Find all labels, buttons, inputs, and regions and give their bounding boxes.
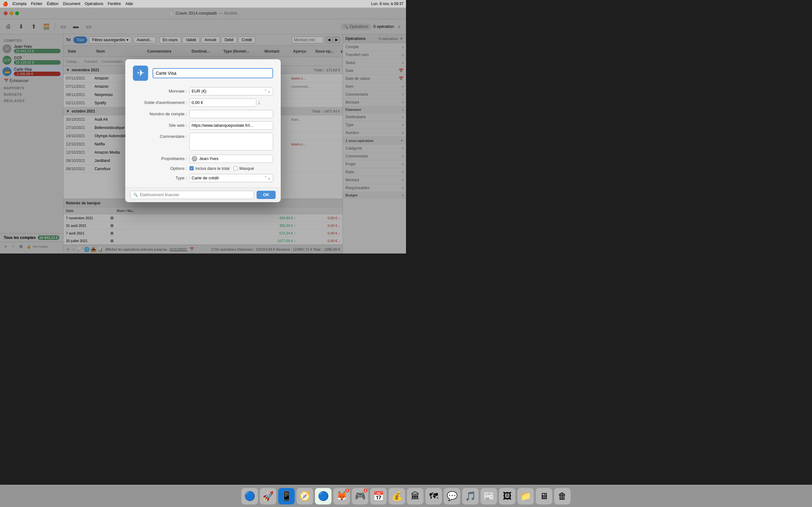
modal-commentaire-textarea[interactable] (189, 133, 273, 151)
modal-field-monnaie: Monnaie : EUR (€) ⌃⌄ (133, 87, 273, 95)
modal-label-proprietaires: Propriétaires : (133, 156, 187, 161)
modal-footer: 🔍 OK (125, 187, 281, 202)
modal-type-select[interactable]: Carte de crédit ⌃⌄ (189, 174, 273, 182)
modal-label-numero: Numéro de compte : (133, 112, 187, 116)
modal-monnaie-select[interactable]: EUR (€) ⌃⌄ (189, 87, 273, 95)
modal-label-siteweb: Site web : (133, 123, 187, 128)
modal-numero-wrapper (189, 110, 273, 118)
modal-commentaire-wrapper (189, 133, 273, 152)
modal-inclus-text: Inclus dans le total (195, 166, 230, 171)
apple-menu[interactable]: 🍎 (3, 1, 8, 6)
modal-ok-button[interactable]: OK (257, 191, 275, 199)
modal-field-type: Type : Carte de crédit ⌃⌄ (133, 174, 273, 182)
modal-field-options: Options : ✓ Inclus dans le total Masqué (133, 166, 273, 171)
modal-options-wrapper: ✓ Inclus dans le total Masqué (189, 166, 273, 171)
menu-fenetre[interactable]: Fenêtre (108, 2, 121, 6)
modal-label-monnaie: Monnaie : (133, 89, 187, 94)
menu-aide[interactable]: Aide (125, 2, 133, 6)
modal-header: ✈ (125, 59, 281, 84)
modal-checkbox-inclus-label[interactable]: ✓ Inclus dans le total (189, 166, 230, 171)
owner-avatar: JY (192, 156, 197, 162)
modal-checkbox-masque[interactable] (234, 166, 238, 170)
modal-solde-wrapper: ↓ (189, 99, 273, 107)
modal-account-icon: ✈ (133, 66, 148, 81)
menu-document[interactable]: Document (63, 2, 80, 6)
menu-fichier[interactable]: Fichier (31, 2, 43, 6)
modal-body: Monnaie : EUR (€) ⌃⌄ Solde d'avertisseme… (125, 84, 281, 187)
modal-owner-field[interactable]: JY Jean-Yves (189, 155, 273, 163)
modal-monnaie-wrapper: EUR (€) ⌃⌄ (189, 87, 273, 95)
modal-field-solde: Solde d'avertissement : ↓ (133, 99, 273, 107)
menu-edition[interactable]: Édition (47, 2, 59, 6)
modal-type-wrapper: Carte de crédit ⌃⌄ (189, 174, 273, 182)
menu-operations[interactable]: Opérations (85, 2, 103, 6)
modal-field-numero: Numéro de compte : (133, 110, 273, 118)
modal-label-options: Options : (133, 166, 187, 171)
menu-icompta[interactable]: iCompta (12, 2, 27, 6)
modal-numero-input[interactable] (189, 110, 273, 118)
modal-search-icon: 🔍 (133, 193, 138, 197)
modal-checkbox-inclus[interactable]: ✓ (189, 166, 194, 170)
modal-masque-text: Masqué (240, 166, 254, 171)
modal-siteweb-input[interactable] (189, 121, 273, 130)
modal-label-solde: Solde d'avertissement : (133, 100, 187, 105)
modal-field-siteweb: Site web : (133, 121, 273, 130)
modal-overlay: ✈ Monnaie : EUR (€) ⌃⌄ Solde d'avertisse… (0, 8, 406, 253)
modal-label-type: Type : (133, 176, 187, 180)
menubar-datetime: Lun. 8 nov. à 09:37 (371, 2, 403, 6)
account-modal: ✈ Monnaie : EUR (€) ⌃⌄ Solde d'avertisse… (125, 59, 281, 202)
modal-field-proprietaires: Propriétaires : JY Jean-Yves (133, 155, 273, 163)
menubar: 🍎 iCompta Fichier Édition Document Opéra… (0, 0, 406, 8)
modal-title-input[interactable] (153, 68, 273, 78)
modal-solde-input[interactable] (189, 99, 256, 107)
modal-red-arrow-icon: ↓ (258, 99, 260, 106)
check-icon: ✓ (190, 167, 193, 170)
modal-search-bar[interactable]: 🔍 (131, 191, 254, 199)
modal-label-commentaire: Commentaire : (133, 133, 187, 139)
modal-search-input[interactable] (140, 193, 251, 197)
modal-checkbox-masque-label[interactable]: Masqué (234, 166, 254, 171)
modal-siteweb-wrapper (189, 121, 273, 130)
modal-field-commentaire: Commentaire : (133, 133, 273, 152)
owner-name: Jean-Yves (199, 156, 218, 161)
modal-proprietaires-wrapper: JY Jean-Yves (189, 155, 273, 163)
